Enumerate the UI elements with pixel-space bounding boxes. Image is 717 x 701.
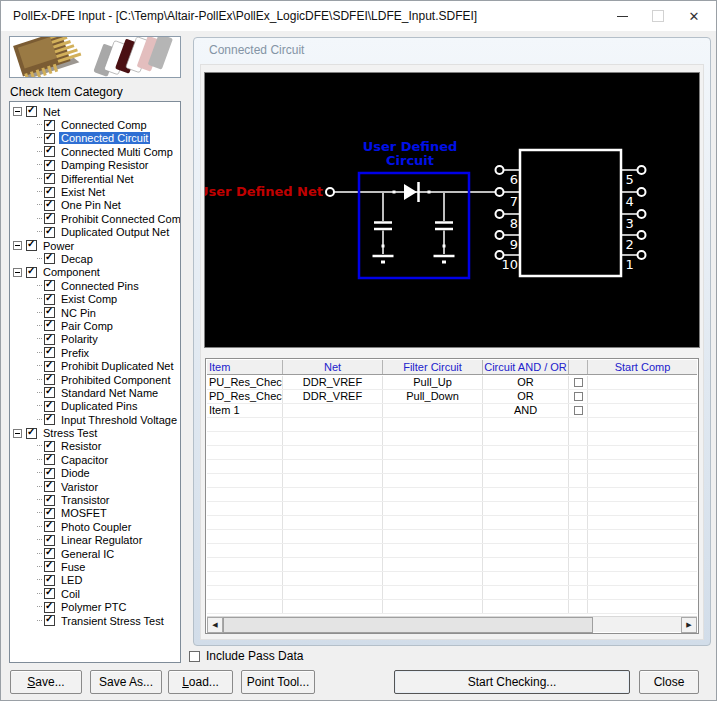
checkbox-icon[interactable]: ✓ (44, 173, 55, 184)
cell-andor[interactable]: OR (483, 376, 569, 389)
checkbox-icon[interactable]: ✓ (44, 521, 55, 532)
save-button[interactable]: Save... (10, 670, 82, 694)
tree-item-label[interactable]: Coil (59, 588, 82, 600)
collapse-expander-icon[interactable] (13, 429, 22, 438)
tree-item-standard-net-name[interactable]: ✓Standard Net Name (10, 386, 180, 399)
checkbox-icon[interactable]: ✓ (44, 535, 55, 546)
close-button[interactable]: ✕ (677, 1, 711, 31)
table-row[interactable]: PD_Res_CheckDDR_VREFPull_DownOR (207, 390, 697, 404)
tree-item-connected-pins[interactable]: ✓Connected Pins (10, 279, 180, 292)
tree-item-transient-stress-test[interactable]: ✓Transient Stress Test (10, 614, 180, 627)
column-header-check[interactable] (569, 360, 588, 374)
minimize-button[interactable] (605, 1, 639, 31)
checkbox-icon[interactable]: ✓ (44, 280, 55, 291)
horizontal-scrollbar[interactable]: ◀ ▶ (207, 616, 697, 632)
checkbox-icon[interactable]: ✓ (44, 374, 55, 385)
tree-item-label[interactable]: Decap (59, 253, 95, 265)
tree-item-led[interactable]: ✓LED (10, 574, 180, 587)
tree-item-component[interactable]: ✓Component (10, 266, 180, 279)
checkbox-icon[interactable]: ✓ (44, 146, 55, 157)
start-checking-button[interactable]: Start Checking... (394, 670, 630, 694)
tree-item-nc-pin[interactable]: ✓NC Pin (10, 306, 180, 319)
scroll-left-button[interactable]: ◀ (207, 617, 223, 633)
cell-item[interactable]: PD_Res_Check (207, 390, 283, 403)
tree-item-fuse[interactable]: ✓Fuse (10, 560, 180, 573)
checkbox-icon[interactable]: ✓ (44, 307, 55, 318)
tree-item-pair-comp[interactable]: ✓Pair Comp (10, 319, 180, 332)
tree-item-prefix[interactable]: ✓Prefix (10, 346, 180, 359)
tree-item-label[interactable]: Component (41, 266, 102, 278)
tree-item-photo-coupler[interactable]: ✓Photo Coupler (10, 520, 180, 533)
table-row[interactable]: Item 1AND (207, 404, 697, 418)
cell-start[interactable] (588, 376, 697, 389)
save-as-button[interactable]: Save As... (90, 670, 162, 694)
cell-checked[interactable] (569, 376, 588, 389)
tree-item-transistor[interactable]: ✓Transistor (10, 493, 180, 506)
checkbox-icon[interactable]: ✓ (26, 267, 37, 278)
checkbox-icon[interactable]: ✓ (26, 240, 37, 251)
tree-item-label[interactable]: Polarity (59, 333, 100, 345)
cell-andor[interactable]: AND (483, 404, 569, 417)
checkbox-icon[interactable]: ✓ (44, 361, 55, 372)
maximize-button[interactable] (641, 1, 675, 31)
check-item-tree[interactable]: ✓Net✓Connected Comp✓Connected Circuit✓Co… (9, 101, 181, 663)
checkbox-icon[interactable]: ✓ (44, 575, 55, 586)
column-header-net[interactable]: Net (283, 360, 383, 374)
checkbox-icon[interactable]: ✓ (44, 481, 55, 492)
tree-item-prohibited-component[interactable]: ✓Prohibited Component (10, 373, 180, 386)
tree-item-label[interactable]: Polymer PTC (59, 601, 128, 613)
tree-item-power[interactable]: ✓Power (10, 239, 180, 252)
checkbox-icon[interactable]: ✓ (44, 468, 55, 479)
cell-net[interactable]: DDR_VREF (283, 376, 383, 389)
checkbox-icon[interactable]: ✓ (44, 602, 55, 613)
cell-net[interactable]: DDR_VREF (283, 390, 383, 403)
column-header-start-comp[interactable]: Start Comp (588, 360, 697, 374)
tree-item-polarity[interactable]: ✓Polarity (10, 333, 180, 346)
tree-item-label[interactable]: Transient Stress Test (59, 615, 166, 627)
tree-item-label[interactable]: Prohibited Component (59, 374, 172, 386)
tree-item-prohibit-duplicated-net[interactable]: ✓Prohibit Duplicated Net (10, 359, 180, 372)
checkbox-icon[interactable]: ✓ (44, 320, 55, 331)
tree-item-label[interactable]: Connected Circuit (59, 132, 150, 144)
tree-item-connected-multi-comp[interactable]: ✓Connected Multi Comp (10, 145, 180, 158)
tree-item-duplicated-pins[interactable]: ✓Duplicated Pins (10, 400, 180, 413)
tree-item-net[interactable]: ✓Net (10, 105, 180, 118)
tree-item-connected-comp[interactable]: ✓Connected Comp (10, 118, 180, 131)
checkbox-icon[interactable]: ✓ (44, 387, 55, 398)
tree-item-label[interactable]: MOSFET (59, 507, 109, 519)
column-header-item[interactable]: Item (207, 360, 283, 374)
tree-item-differential-net[interactable]: ✓Differential Net (10, 172, 180, 185)
tree-item-label[interactable]: Exist Comp (59, 293, 119, 305)
collapse-expander-icon[interactable] (13, 241, 22, 250)
checkbox-icon[interactable]: ✓ (44, 508, 55, 519)
tree-item-coil[interactable]: ✓Coil (10, 587, 180, 600)
tree-item-label[interactable]: Net (41, 106, 62, 118)
row-checkbox[interactable] (574, 406, 583, 415)
cell-checked[interactable] (569, 390, 588, 403)
tree-item-diode[interactable]: ✓Diode (10, 467, 180, 480)
tree-item-label[interactable]: Duplicated Pins (59, 400, 139, 412)
cell-filter[interactable]: Pull_Up (383, 376, 483, 389)
checkbox-icon[interactable]: ✓ (44, 414, 55, 425)
tree-item-label[interactable]: Pair Comp (59, 320, 115, 332)
checkbox-icon[interactable]: ✓ (44, 227, 55, 238)
tree-item-label[interactable]: Standard Net Name (59, 387, 160, 399)
tree-item-input-threshold-voltage[interactable]: ✓Input Threshold Voltage (10, 413, 180, 426)
checkbox-icon[interactable]: ✓ (44, 120, 55, 131)
tree-item-damping-resistor[interactable]: ✓Damping Resistor (10, 159, 180, 172)
tree-item-label[interactable]: General IC (59, 548, 116, 560)
tree-item-label[interactable]: Input Threshold Voltage (59, 414, 179, 426)
tree-item-linear-regulator[interactable]: ✓Linear Regulator (10, 534, 180, 547)
tree-item-label[interactable]: Capacitor (59, 454, 110, 466)
checkbox-icon[interactable]: ✓ (44, 615, 55, 626)
checkbox-icon[interactable]: ✓ (44, 561, 55, 572)
cell-filter[interactable]: Pull_Down (383, 390, 483, 403)
tree-item-label[interactable]: Connected Multi Comp (59, 146, 175, 158)
tree-item-label[interactable]: Connected Comp (59, 119, 149, 131)
cell-andor[interactable]: OR (483, 390, 569, 403)
scrollbar-thumb[interactable] (223, 617, 593, 633)
checkbox-icon[interactable]: ✓ (44, 548, 55, 559)
row-checkbox[interactable] (574, 392, 583, 401)
cell-filter[interactable] (383, 404, 483, 417)
tree-item-label[interactable]: LED (59, 574, 84, 586)
